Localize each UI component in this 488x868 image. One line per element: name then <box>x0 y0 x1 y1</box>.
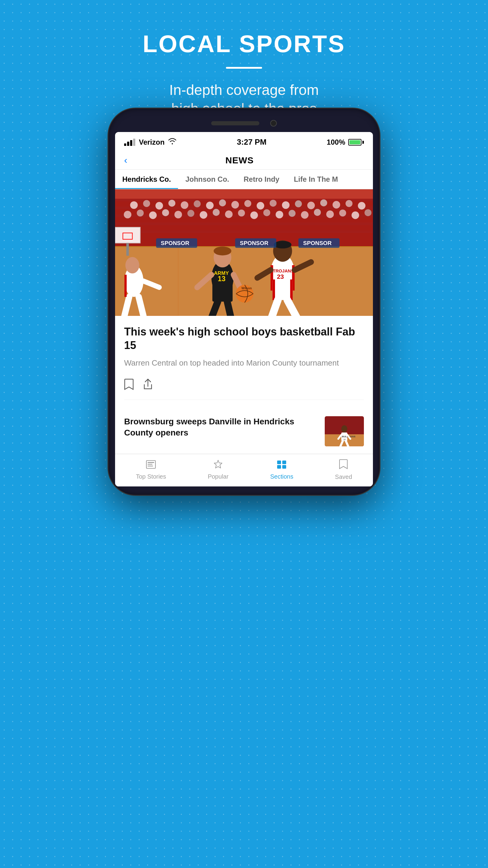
battery-body <box>348 139 361 146</box>
svg-point-41 <box>301 211 308 218</box>
article-actions <box>124 375 364 400</box>
svg-point-25 <box>346 200 352 207</box>
status-time: 3:27 PM <box>237 137 266 147</box>
svg-rect-112 <box>282 461 286 464</box>
svg-text:TROJANS: TROJANS <box>273 269 294 273</box>
battery-icon <box>348 139 364 146</box>
category-tabs: Hendricks Co. Johnson Co. Retro Indy Lif… <box>115 170 373 189</box>
svg-point-26 <box>358 202 365 210</box>
bookmark-button[interactable] <box>124 378 134 393</box>
svg-text:23: 23 <box>277 273 284 280</box>
svg-text:ARMY: ARMY <box>214 270 229 276</box>
svg-point-31 <box>174 211 182 218</box>
header-divider <box>226 67 262 69</box>
svg-text:Wilson: Wilson <box>241 286 252 290</box>
nav-item-sections-label: Sections <box>270 473 293 480</box>
svg-rect-3 <box>115 199 373 201</box>
svg-rect-7 <box>115 230 373 233</box>
svg-point-30 <box>162 209 169 216</box>
svg-rect-70 <box>272 279 293 300</box>
svg-point-15 <box>219 199 226 207</box>
svg-point-17 <box>244 200 251 207</box>
phone-device: Verizon 3:27 PM 100% <box>108 108 380 495</box>
main-article: This week's high school boys basketball … <box>115 316 373 409</box>
svg-point-40 <box>289 210 295 217</box>
svg-rect-54 <box>213 283 233 302</box>
tab-life-in-the[interactable]: Life In The M <box>287 170 345 189</box>
svg-point-42 <box>314 209 321 216</box>
svg-point-12 <box>181 201 188 209</box>
svg-point-87 <box>125 257 139 274</box>
svg-point-45 <box>352 212 359 219</box>
tab-retro-indy[interactable]: Retro Indy <box>236 170 287 189</box>
nav-item-top-stories[interactable]: Top Stories <box>136 460 166 480</box>
svg-point-18 <box>257 202 264 210</box>
status-bar-right: 100% <box>327 138 364 147</box>
svg-point-33 <box>200 211 207 218</box>
svg-rect-113 <box>277 465 281 469</box>
svg-rect-47 <box>115 246 373 316</box>
svg-point-39 <box>275 211 283 218</box>
battery-percentage: 100% <box>327 138 345 147</box>
svg-rect-50 <box>115 227 140 243</box>
carrier-name: Verizon <box>139 138 164 147</box>
nav-item-saved-label: Saved <box>335 473 352 480</box>
svg-rect-114 <box>282 465 286 469</box>
tab-johnson[interactable]: Johnson Co. <box>178 170 236 189</box>
svg-rect-52 <box>126 243 129 256</box>
svg-point-16 <box>231 201 239 209</box>
popular-icon <box>213 459 223 471</box>
status-bar-left: Verizon <box>124 138 176 147</box>
svg-point-11 <box>168 200 175 207</box>
svg-point-44 <box>339 210 346 216</box>
svg-point-20 <box>282 201 290 209</box>
battery-fill <box>350 140 360 144</box>
phone-speaker <box>211 121 259 125</box>
svg-text:SPONSOR: SPONSOR <box>240 240 268 246</box>
svg-point-29 <box>149 212 157 219</box>
tab-hendricks[interactable]: Hendricks Co. <box>115 170 178 189</box>
svg-rect-71 <box>272 279 275 300</box>
svg-point-8 <box>130 201 138 209</box>
page-title: LOCAL SPORTS <box>0 30 488 58</box>
svg-point-13 <box>194 200 201 207</box>
main-article-title[interactable]: This week's high school boys basketball … <box>124 325 364 352</box>
sections-icon <box>276 460 287 471</box>
svg-point-14 <box>206 202 214 209</box>
svg-rect-110 <box>148 466 153 467</box>
svg-point-58 <box>214 247 231 255</box>
nav-item-popular[interactable]: Popular <box>208 459 229 480</box>
phone-screen: Verizon 3:27 PM 100% <box>115 132 373 487</box>
wifi-icon <box>168 138 176 147</box>
svg-point-99 <box>341 425 347 433</box>
secondary-article-text: Brownsburg sweeps Danville in Hendricks … <box>124 416 319 438</box>
svg-point-10 <box>156 202 163 210</box>
svg-point-38 <box>263 209 270 216</box>
header-section: LOCAL SPORTS In-depth coverage from high… <box>0 0 488 119</box>
svg-rect-6 <box>115 222 373 225</box>
svg-point-28 <box>137 210 144 216</box>
svg-rect-111 <box>277 461 281 464</box>
nav-item-saved[interactable]: Saved <box>335 459 352 480</box>
share-button[interactable] <box>143 378 153 393</box>
svg-point-24 <box>332 201 340 209</box>
svg-point-27 <box>124 211 131 218</box>
battery-tip <box>362 141 364 144</box>
svg-point-22 <box>307 202 315 209</box>
secondary-article[interactable]: Brownsburg sweeps Danville in Hendricks … <box>115 409 373 454</box>
signal-bars <box>124 138 135 146</box>
bottom-nav: Top Stories Popular <box>115 454 373 487</box>
svg-point-34 <box>213 209 220 216</box>
svg-text:SPONSOR: SPONSOR <box>161 240 190 246</box>
svg-rect-108 <box>148 462 154 463</box>
phone-outer: Verizon 3:27 PM 100% <box>108 108 380 495</box>
svg-point-23 <box>320 199 327 207</box>
phone-top-bar <box>115 117 373 132</box>
secondary-article-thumbnail: BULLDOGS 20 <box>325 416 364 446</box>
back-button[interactable]: ‹ <box>124 155 127 166</box>
phone-camera <box>270 120 277 127</box>
svg-rect-72 <box>290 279 293 300</box>
hero-image: 13 ARMY <box>115 189 373 316</box>
svg-point-36 <box>238 210 245 216</box>
nav-item-sections[interactable]: Sections <box>270 460 293 480</box>
